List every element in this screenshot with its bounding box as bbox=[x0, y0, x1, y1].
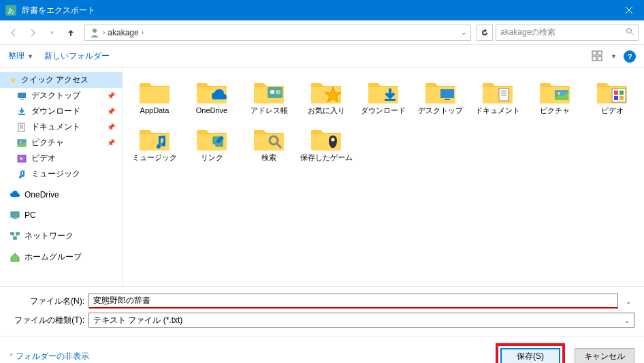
sidebar: ★ クイック アクセス デスクトップ📌ダウンロード📌ドキュメント📌ピクチャ📌ビデ… bbox=[0, 68, 123, 286]
hide-folders-link[interactable]: ˄ フォルダーの非表示 bbox=[10, 351, 89, 362]
refresh-button[interactable] bbox=[477, 25, 493, 41]
homegroup-icon bbox=[10, 252, 20, 263]
chevron-up-icon: ˄ bbox=[10, 353, 13, 360]
svg-rect-31 bbox=[614, 91, 618, 95]
pin-icon: 📌 bbox=[107, 123, 115, 131]
search-input[interactable]: akakageの検索 bbox=[496, 25, 639, 41]
sidebar-item-document[interactable]: ドキュメント📌 bbox=[0, 119, 122, 135]
svg-rect-16 bbox=[13, 218, 17, 219]
folder-item[interactable]: ダウンロード bbox=[355, 75, 411, 118]
folder-item[interactable]: OneDrive bbox=[184, 75, 240, 118]
close-button[interactable] bbox=[613, 0, 644, 20]
svg-point-21 bbox=[270, 90, 274, 94]
svg-rect-10 bbox=[18, 114, 25, 115]
folder-item[interactable]: デスクトップ bbox=[413, 75, 468, 118]
chevron-right-icon: › bbox=[142, 29, 144, 36]
sidebar-pc[interactable]: PC bbox=[0, 208, 122, 223]
svg-rect-15 bbox=[11, 212, 19, 217]
filetype-select[interactable]: テキスト ファイル (*.txt) ⌄ bbox=[88, 313, 634, 328]
folder-item[interactable]: ビデオ bbox=[584, 75, 640, 118]
sidebar-network[interactable]: ネットワーク bbox=[0, 228, 122, 244]
folder-item[interactable]: 検索 bbox=[241, 122, 297, 165]
chevron-down-icon: ▼ bbox=[611, 53, 617, 60]
forward-button[interactable] bbox=[25, 25, 41, 41]
folder-item[interactable]: アドレス帳 bbox=[241, 75, 297, 118]
svg-rect-23 bbox=[276, 93, 280, 94]
chevron-down-icon: ⌄ bbox=[624, 317, 630, 324]
svg-rect-34 bbox=[619, 96, 624, 100]
download-icon bbox=[16, 106, 27, 117]
sidebar-item-music[interactable]: ミュージック bbox=[0, 166, 122, 182]
svg-rect-18 bbox=[16, 232, 20, 235]
folder-item[interactable]: 保存したゲーム bbox=[298, 122, 354, 165]
sidebar-item-video[interactable]: ビデオ bbox=[0, 151, 122, 166]
folder-label: ビデオ bbox=[601, 106, 624, 115]
save-form: ファイル名(N): ⌄ ファイルの種類(T): テキスト ファイル (*.txt… bbox=[0, 286, 644, 336]
folder-item[interactable]: ドキュメント bbox=[470, 75, 526, 118]
window-title: 辞書をエクスポート bbox=[22, 5, 613, 16]
network-icon bbox=[10, 231, 20, 242]
folder-label: 保存したゲーム bbox=[300, 153, 353, 162]
folder-item[interactable]: ミュージック bbox=[127, 122, 182, 165]
help-button[interactable]: ? bbox=[624, 50, 636, 63]
folder-item[interactable]: AppData bbox=[127, 75, 182, 118]
sidebar-homegroup[interactable]: ホームグループ bbox=[0, 249, 122, 265]
filename-dropdown[interactable]: ⌄ bbox=[622, 298, 634, 305]
folder-label: ミュージック bbox=[132, 153, 177, 162]
new-folder-button[interactable]: 新しいフォルダー bbox=[44, 50, 110, 62]
folder-label: 検索 bbox=[261, 153, 276, 162]
save-button[interactable]: 保存(S) bbox=[500, 348, 560, 363]
address-bar[interactable]: › akakage › ⌄ bbox=[84, 25, 471, 41]
back-button[interactable] bbox=[5, 25, 22, 41]
svg-text:あ: あ bbox=[7, 7, 14, 14]
svg-point-29 bbox=[558, 92, 560, 95]
pin-icon: 📌 bbox=[107, 108, 115, 115]
filename-input[interactable] bbox=[88, 294, 618, 309]
titlebar: あ 辞書をエクスポート bbox=[0, 0, 644, 20]
toolbar: 整理 ▼ 新しいフォルダー ▼ ? bbox=[0, 45, 644, 68]
chevron-right-icon: › bbox=[103, 29, 105, 36]
sidebar-item-download[interactable]: ダウンロード📌 bbox=[0, 104, 122, 119]
sidebar-quick-access[interactable]: ★ クイック アクセス bbox=[0, 72, 122, 88]
folder-label: リンク bbox=[201, 153, 223, 162]
svg-point-2 bbox=[93, 29, 97, 33]
sidebar-item-picture[interactable]: ピクチャ📌 bbox=[0, 135, 122, 151]
folder-label: OneDrive bbox=[196, 106, 227, 115]
document-icon bbox=[16, 122, 27, 133]
breadcrumb-user[interactable]: akakage bbox=[108, 28, 138, 37]
search-icon bbox=[626, 27, 634, 37]
folder-item[interactable]: リンク bbox=[184, 122, 240, 165]
svg-rect-32 bbox=[619, 91, 624, 95]
main-pane: ★ クイック アクセス デスクトップ📌ダウンロード📌ドキュメント📌ピクチャ📌ビデ… bbox=[0, 68, 644, 286]
chevron-down-icon: ▼ bbox=[27, 53, 33, 60]
desktop-icon bbox=[16, 91, 27, 101]
video-icon bbox=[16, 153, 27, 164]
folder-label: AppData bbox=[140, 106, 170, 115]
user-icon bbox=[89, 27, 100, 38]
sidebar-onedrive[interactable]: OneDrive bbox=[0, 187, 122, 202]
svg-rect-4 bbox=[592, 51, 596, 55]
filename-label: ファイル名(N): bbox=[10, 296, 84, 307]
folder-label: ドキュメント bbox=[475, 106, 520, 115]
svg-rect-11 bbox=[18, 123, 25, 131]
pc-icon bbox=[10, 210, 20, 221]
picture-icon bbox=[16, 138, 27, 148]
folder-item[interactable]: ピクチャ bbox=[527, 75, 583, 118]
footer: ˄ フォルダーの非表示 保存(S) キャンセル bbox=[0, 336, 644, 363]
filetype-label: ファイルの種類(T): bbox=[10, 315, 84, 326]
navbar: ▾ › akakage › ⌄ akakageの検索 bbox=[0, 20, 644, 45]
sidebar-item-desktop[interactable]: デスクトップ📌 bbox=[0, 88, 122, 104]
svg-rect-5 bbox=[598, 51, 602, 55]
address-dropdown[interactable]: ⌄ bbox=[461, 29, 466, 36]
up-button[interactable] bbox=[63, 25, 79, 41]
folder-grid[interactable]: AppDataOneDriveアドレス帳お気に入りダウンロードデスクトップドキュ… bbox=[123, 68, 644, 286]
folder-item[interactable]: お気に入り bbox=[298, 75, 354, 118]
recent-dropdown[interactable]: ▾ bbox=[44, 25, 60, 41]
svg-rect-25 bbox=[440, 89, 454, 98]
organize-button[interactable]: 整理 ▼ bbox=[8, 50, 33, 62]
svg-rect-33 bbox=[614, 96, 618, 100]
folder-label: デスクトップ bbox=[418, 106, 463, 115]
cancel-button[interactable]: キャンセル bbox=[575, 348, 634, 363]
music-icon bbox=[16, 169, 27, 180]
view-options-button[interactable] bbox=[592, 50, 604, 63]
